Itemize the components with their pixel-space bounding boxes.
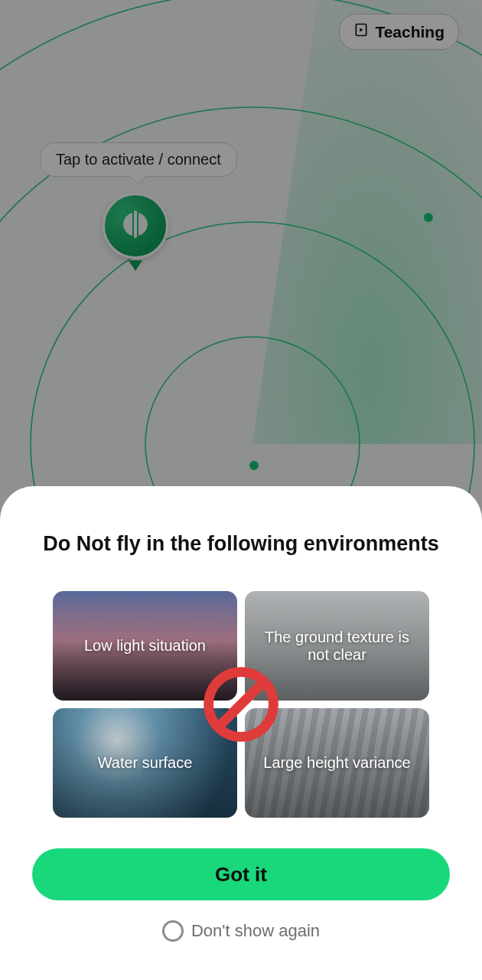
got-it-label: Got it [215, 863, 267, 886]
environment-grid: Low light situation The ground texture i… [53, 591, 429, 818]
warning-modal: Do Not fly in the following environments… [0, 486, 482, 980]
radio-unchecked-icon [162, 920, 184, 942]
modal-title: Do Not fly in the following environments [32, 532, 450, 556]
env-card-height-variance: Large height variance [245, 708, 429, 818]
env-card-ground-texture: The ground texture is not clear [245, 591, 429, 701]
got-it-button[interactable]: Got it [32, 848, 450, 900]
env-label: The ground texture is not clear [254, 629, 420, 664]
dont-show-again-toggle[interactable]: Don't show again [32, 920, 450, 942]
env-card-water: Water surface [53, 708, 237, 818]
env-card-low-light: Low light situation [53, 591, 237, 701]
env-label: Large height variance [263, 754, 410, 772]
env-label: Water surface [98, 754, 193, 772]
dont-show-label: Don't show again [191, 921, 320, 941]
env-label: Low light situation [84, 637, 206, 655]
